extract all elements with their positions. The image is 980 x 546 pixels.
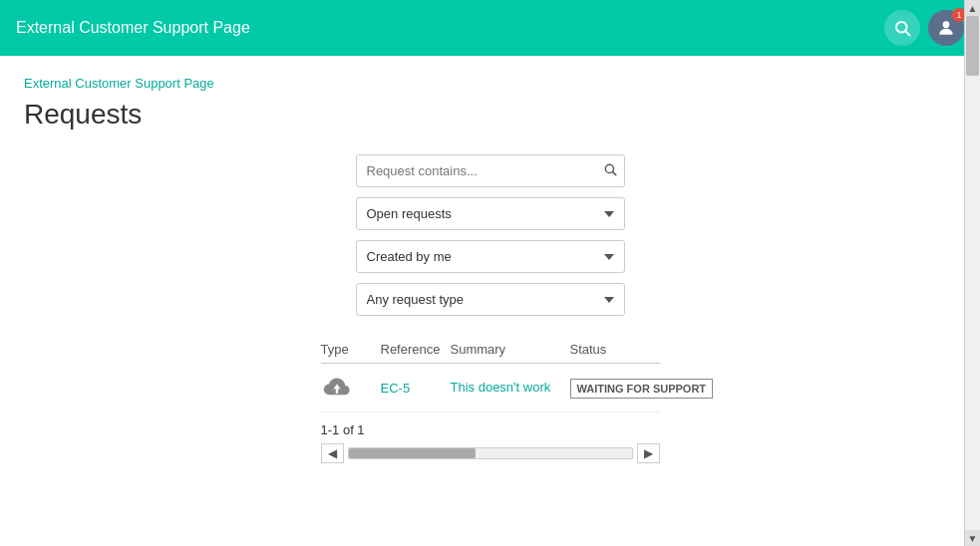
breadcrumb[interactable]: External Customer Support Page [24, 76, 956, 91]
search-input[interactable] [356, 154, 625, 187]
cloud-upload-icon [321, 376, 353, 400]
status-badge: WAITING FOR SUPPORT [570, 379, 714, 399]
search-button[interactable] [884, 10, 920, 46]
scrollbar-v-track[interactable] [965, 16, 980, 530]
main-content: External Customer Support Page Requests … [0, 56, 980, 546]
svg-line-1 [905, 31, 909, 35]
page-title: Requests [24, 99, 956, 131]
svg-point-2 [943, 21, 950, 28]
user-icon [936, 18, 956, 38]
svg-line-4 [612, 172, 615, 175]
table-header: Type Reference Summary Status [321, 336, 660, 364]
header: External Customer Support Page 1 [0, 0, 980, 56]
scroll-left-button[interactable]: ◀ [321, 443, 344, 463]
header-actions: 1 [884, 10, 964, 46]
filters-area: Open requests Closed requests All reques… [356, 154, 625, 316]
col-summary: Summary [451, 342, 570, 357]
requests-table: Type Reference Summary Status EC-5 This … [321, 336, 660, 412]
reference-cell: EC-5 [381, 380, 451, 396]
scrollbar-track[interactable] [348, 447, 633, 459]
pagination-count: 1-1 of 1 [321, 422, 660, 437]
col-type: Type [321, 342, 381, 357]
search-container [356, 154, 625, 187]
col-status: Status [570, 342, 670, 357]
scroll-down-button[interactable]: ▼ [965, 530, 980, 546]
status-dropdown[interactable]: Open requests Closed requests All reques… [356, 197, 625, 230]
col-reference: Reference [381, 342, 451, 357]
scroll-right-button[interactable]: ▶ [637, 443, 660, 463]
search-icon [893, 19, 911, 37]
request-type-dropdown[interactable]: Any request type [356, 283, 625, 316]
created-by-dropdown[interactable]: Created by me All requests [356, 240, 625, 273]
type-cell [321, 376, 381, 400]
table-row: EC-5 This doesn't work WAITING FOR SUPPO… [321, 364, 660, 412]
reference-link[interactable]: EC-5 [381, 381, 411, 396]
search-submit-button[interactable] [603, 162, 617, 179]
status-cell: WAITING FOR SUPPORT [570, 380, 670, 396]
vertical-scrollbar: ▲ ▼ [964, 0, 980, 546]
scroll-up-button[interactable]: ▲ [965, 0, 980, 16]
summary-cell: This doesn't work [451, 379, 570, 397]
scrollbar-v-thumb[interactable] [966, 16, 979, 76]
horizontal-scrollbar: ◀ ▶ [321, 443, 660, 463]
app-title: External Customer Support Page [16, 19, 250, 37]
summary-link[interactable]: This doesn't work [451, 380, 551, 395]
search-icon [603, 162, 617, 176]
user-avatar-button[interactable]: 1 [928, 10, 964, 46]
scrollbar-thumb[interactable] [349, 448, 477, 458]
pagination-area: 1-1 of 1 ◀ ▶ [321, 422, 660, 463]
